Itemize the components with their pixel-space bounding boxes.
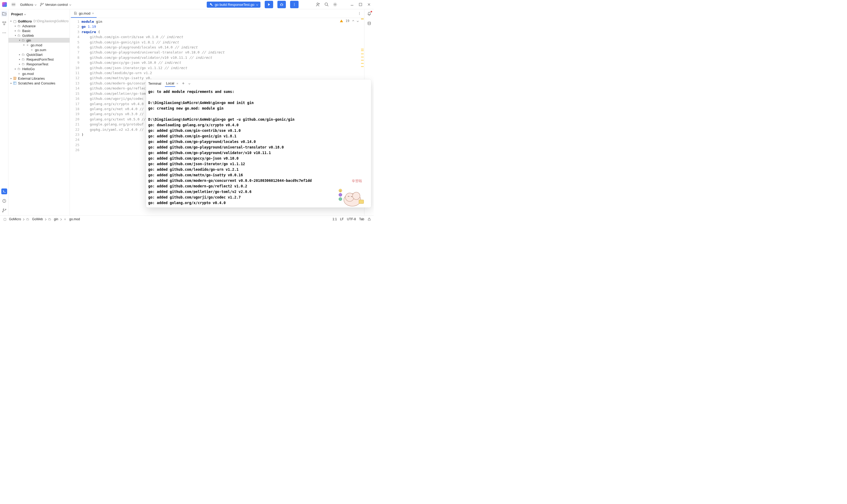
indent-config[interactable]: Tab xyxy=(359,217,364,221)
kebab-icon xyxy=(292,3,296,6)
tree-label: gin xyxy=(26,38,31,42)
folder-icon xyxy=(2,12,6,16)
breadcrumb-item[interactable]: gin xyxy=(48,217,58,221)
svg-point-5 xyxy=(325,3,328,5)
notifications-button[interactable] xyxy=(366,11,372,17)
svg-point-18 xyxy=(359,12,360,13)
search-everywhere-button[interactable] xyxy=(324,2,329,7)
project-panel-header[interactable]: Project xyxy=(8,9,70,19)
run-button[interactable] xyxy=(265,1,273,8)
chevron-down-icon xyxy=(24,13,26,15)
chevron-right-icon: ▸ xyxy=(10,82,13,85)
structure-tool-button[interactable] xyxy=(1,20,7,26)
tree-label: go.mod xyxy=(31,43,42,47)
tree-row[interactable]: go.sum xyxy=(8,48,70,52)
database-icon xyxy=(367,21,371,25)
editor-tab[interactable]: go.mod × xyxy=(71,9,96,18)
file-encoding[interactable]: UTF-8 xyxy=(347,217,356,221)
tree-row[interactable]: ▾gin xyxy=(8,38,70,42)
close-window-button[interactable] xyxy=(366,2,372,7)
warning-icon xyxy=(2,199,6,203)
project-selector[interactable]: GoMicro xyxy=(20,3,36,6)
tree-row[interactable]: go.mod xyxy=(8,71,70,76)
main-menu-button[interactable] xyxy=(11,2,16,7)
terminal-title[interactable]: Terminal xyxy=(148,82,161,86)
tab-actions-button[interactable] xyxy=(357,11,362,16)
breadcrumb-item[interactable]: ▢GoMicro xyxy=(3,217,21,221)
dots-icon xyxy=(2,32,6,34)
tree-row[interactable]: ▸RequestFormTest xyxy=(8,57,70,62)
git-tool-button[interactable] xyxy=(1,208,7,213)
code-with-me-button[interactable] xyxy=(316,2,321,7)
svg-point-21 xyxy=(368,22,371,23)
project-header-label: Project xyxy=(11,12,23,16)
tree-row[interactable]: ▸HelloGo xyxy=(8,67,70,71)
folder-icon xyxy=(21,62,25,66)
close-session-button[interactable]: × xyxy=(176,82,178,86)
project-tool-button[interactable] xyxy=(1,11,7,17)
session-options-button[interactable] xyxy=(188,82,190,84)
debug-button[interactable] xyxy=(277,1,286,8)
run-config-label: go build ResponseTest.go xyxy=(215,3,254,6)
version-control-widget[interactable]: Version control xyxy=(40,3,71,6)
tree-label: ResponseTest xyxy=(26,62,48,66)
inspection-badge[interactable]: 19 xyxy=(340,19,358,23)
tree-chevron: ▾ xyxy=(14,34,17,37)
breadcrumb-label: GoWeb xyxy=(32,217,42,221)
tree-row[interactable]: ▸ Scratches and Consoles xyxy=(8,81,70,86)
tree-row[interactable]: ▸Advance xyxy=(8,23,70,28)
svg-point-19 xyxy=(359,13,360,14)
terminal-session-tab[interactable]: Local xyxy=(165,80,175,87)
chevron-down-icon[interactable] xyxy=(357,20,359,22)
svg-point-11 xyxy=(2,33,3,33)
problems-tool-button[interactable] xyxy=(1,198,7,204)
svg-rect-7 xyxy=(359,3,362,6)
database-tool-button[interactable] xyxy=(366,20,372,26)
readonly-toggle[interactable] xyxy=(367,217,371,221)
app-icon xyxy=(2,2,7,7)
breadcrumb-item[interactable]: go.mod xyxy=(63,217,80,221)
folder-icon xyxy=(17,34,21,37)
chevron-down-icon: ▾ xyxy=(10,20,13,22)
svg-rect-17 xyxy=(14,82,16,85)
new-session-button[interactable]: + xyxy=(182,81,184,86)
file-icon xyxy=(25,43,30,47)
tree-row[interactable]: ▾ ▢ GoMicro D:\DingJiaxiong\GoMicro xyxy=(8,19,70,23)
svg-point-12 xyxy=(4,33,4,33)
minimize-button[interactable] xyxy=(349,2,355,7)
run-config-selector[interactable]: go build ResponseTest.go xyxy=(207,2,260,8)
more-actions-button[interactable] xyxy=(290,1,299,8)
line-separator[interactable]: LF xyxy=(340,217,344,221)
scratches-icon xyxy=(13,81,17,85)
project-tree[interactable]: ▾ ▢ GoMicro D:\DingJiaxiong\GoMicro ▸Adv… xyxy=(8,19,70,215)
svg-rect-8 xyxy=(3,22,4,23)
caret-position[interactable]: 1:1 xyxy=(332,217,337,221)
chevron-right-icon xyxy=(22,217,24,221)
tree-row[interactable]: ▸QuickStart xyxy=(8,52,70,57)
file-icon xyxy=(17,72,21,75)
terminal-tool-button[interactable] xyxy=(1,188,7,194)
tree-row[interactable]: ▸ResponseTest xyxy=(8,62,70,67)
settings-button[interactable] xyxy=(332,2,338,7)
terminal-output[interactable]: go: to add module requirements and sums:… xyxy=(146,87,371,208)
svg-point-3 xyxy=(294,5,294,6)
close-tab-button[interactable]: × xyxy=(92,12,94,15)
tree-row[interactable]: ▾go.mod xyxy=(8,42,70,48)
svg-point-1 xyxy=(294,3,294,3)
folder-icon xyxy=(17,29,21,33)
tree-row[interactable]: ▾GoWeb xyxy=(8,33,70,38)
terminal-tabs: Terminal Local × + xyxy=(146,79,371,87)
hammer-icon xyxy=(209,3,213,6)
tree-row[interactable]: ▸ External Libraries xyxy=(8,76,70,81)
tree-row[interactable]: ▸Basic xyxy=(8,28,70,33)
svg-rect-15 xyxy=(14,77,14,80)
breadcrumb[interactable]: ▢GoMicroGoWebgingo.mod xyxy=(3,217,80,221)
more-tool-button[interactable] xyxy=(1,30,7,36)
breadcrumb-item[interactable]: GoWeb xyxy=(26,217,42,221)
folder-icon xyxy=(17,67,21,71)
minimize-icon xyxy=(350,3,354,6)
maximize-button[interactable] xyxy=(358,2,363,7)
chevron-up-icon[interactable] xyxy=(352,20,354,22)
tree-chevron: ▸ xyxy=(14,30,17,32)
file-icon xyxy=(63,218,67,221)
